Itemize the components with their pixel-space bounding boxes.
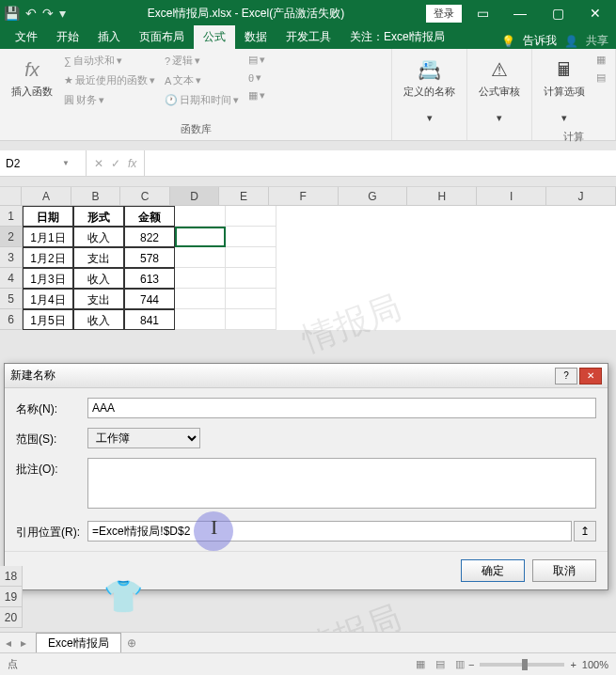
cell[interactable]: 744 <box>124 289 175 309</box>
name-box-input[interactable] <box>6 157 62 170</box>
fx-icon[interactable]: fx <box>128 157 136 170</box>
col-header[interactable]: G <box>339 187 408 206</box>
col-header[interactable]: J <box>546 187 616 206</box>
col-header[interactable]: B <box>71 187 120 206</box>
formula-audit-button[interactable]: ⚠ 公式审核▾ <box>475 53 524 128</box>
sheet-nav-prev-icon[interactable]: ◂ <box>6 636 11 650</box>
logical-button[interactable]: ? 逻辑 ▾ <box>163 53 241 69</box>
cell[interactable]: 收入 <box>73 227 124 247</box>
ok-button[interactable]: 确定 <box>461 559 525 582</box>
row-header[interactable]: 6 <box>0 309 23 330</box>
cell[interactable]: 金额 <box>124 206 175 227</box>
cell[interactable] <box>226 289 276 309</box>
dialog-close-button[interactable]: ✕ <box>579 368 602 385</box>
row-header[interactable]: 5 <box>0 289 23 309</box>
datetime-button[interactable]: 🕐 日期和时间 ▾ <box>163 92 241 108</box>
tellme-text[interactable]: 告诉我 <box>523 33 557 49</box>
tab-file[interactable]: 文件 <box>6 25 47 49</box>
cell[interactable]: 1月3日 <box>23 268 73 289</box>
cell[interactable] <box>226 247 276 268</box>
row-header[interactable]: 3 <box>0 247 23 268</box>
col-header[interactable]: F <box>269 187 339 206</box>
enter-formula-icon[interactable]: ✓ <box>111 157 120 170</box>
autosum-button[interactable]: ∑ 自动求和 ▾ <box>62 53 157 69</box>
minimize-icon[interactable]: — <box>503 2 537 24</box>
ref-collapse-button[interactable]: ↥ <box>574 521 596 542</box>
tab-layout[interactable]: 页面布局 <box>130 25 194 49</box>
more-fn-button[interactable]: ▦ ▾ <box>246 88 267 102</box>
cell[interactable]: 形式 <box>73 206 124 227</box>
cell[interactable]: 1月1日 <box>23 227 73 247</box>
page-break-icon[interactable]: ▥ <box>455 658 465 669</box>
close-icon[interactable]: ✕ <box>578 2 612 24</box>
recent-functions-button[interactable]: ★ 最近使用的函数 ▾ <box>62 72 157 88</box>
cell[interactable] <box>226 227 276 247</box>
text-button[interactable]: A 文本 ▾ <box>163 72 241 88</box>
dialog-help-button[interactable]: ? <box>555 368 577 385</box>
cell[interactable]: 支出 <box>73 247 124 268</box>
financial-button[interactable]: 圓 财务 ▾ <box>62 92 157 108</box>
cell[interactable]: 613 <box>124 268 175 289</box>
calc-options-button[interactable]: 🖩 计算选项▾ <box>540 53 589 128</box>
tab-data[interactable]: 数据 <box>235 25 276 49</box>
cell[interactable]: 收入 <box>73 309 124 330</box>
calc-sheet-button[interactable]: ▤ <box>594 71 608 85</box>
cell[interactable]: 1月4日 <box>23 289 73 309</box>
zoom-out-icon[interactable]: − <box>468 659 474 670</box>
row-header[interactable]: 18 <box>0 566 23 587</box>
cell[interactable] <box>226 309 276 330</box>
comment-textarea[interactable] <box>87 458 596 509</box>
formula-bar[interactable] <box>145 150 616 176</box>
undo-icon[interactable]: ↶ <box>25 6 37 21</box>
scope-select[interactable]: 工作簿 <box>87 428 200 448</box>
zoom-slider[interactable] <box>480 663 564 667</box>
col-header[interactable]: E <box>219 187 268 206</box>
login-button[interactable]: 登录 <box>426 5 462 23</box>
cell[interactable] <box>226 206 276 227</box>
col-header[interactable]: A <box>22 187 71 206</box>
cell[interactable] <box>226 268 276 289</box>
cancel-formula-icon[interactable]: ✕ <box>94 157 103 170</box>
col-header[interactable]: I <box>477 187 546 206</box>
cell[interactable]: 支出 <box>73 289 124 309</box>
row-header[interactable]: 2 <box>0 227 23 247</box>
tab-formulas[interactable]: 公式 <box>194 25 235 49</box>
chevron-down-icon[interactable]: ▼ <box>62 159 70 167</box>
cell[interactable] <box>175 206 226 227</box>
tab-insert[interactable]: 插入 <box>88 25 130 49</box>
page-layout-icon[interactable]: ▤ <box>435 658 445 669</box>
cell[interactable]: 578 <box>124 247 175 268</box>
row-header[interactable]: 20 <box>0 607 23 628</box>
cell[interactable]: 收入 <box>73 268 124 289</box>
calc-now-button[interactable]: ▦ <box>594 53 608 67</box>
zoom-in-icon[interactable]: + <box>570 659 576 670</box>
row-header[interactable]: 4 <box>0 268 23 289</box>
add-sheet-icon[interactable]: ⊕ <box>127 636 136 650</box>
qat-more-icon[interactable]: ▾ <box>59 6 66 21</box>
tab-devtools[interactable]: 开发工具 <box>276 25 340 49</box>
col-header[interactable]: D <box>170 187 219 206</box>
math-button[interactable]: θ ▾ <box>246 71 267 85</box>
lookup-button[interactable]: ▤ ▾ <box>246 53 267 67</box>
cell[interactable]: 841 <box>124 309 175 330</box>
cell[interactable]: 1月5日 <box>23 309 73 330</box>
maximize-icon[interactable]: ▢ <box>541 2 575 24</box>
name-box[interactable]: ▼ <box>0 150 87 176</box>
row-header[interactable]: 19 <box>0 587 23 607</box>
tab-home[interactable]: 开始 <box>47 25 88 49</box>
redo-icon[interactable]: ↷ <box>42 6 54 21</box>
zoom-level[interactable]: 100% <box>582 659 608 670</box>
insert-function-button[interactable]: fx 插入函数 <box>8 53 56 108</box>
cell[interactable] <box>175 268 226 289</box>
cell[interactable]: 1月2日 <box>23 247 73 268</box>
cell[interactable] <box>175 247 226 268</box>
col-header[interactable]: C <box>120 187 169 206</box>
spreadsheet-grid[interactable]: A B C D E F G H I J 1 日期 形式 金额 2 1月1日 收入… <box>0 186 616 330</box>
defined-names-button[interactable]: 📇 定义的名称▾ <box>400 53 459 128</box>
normal-view-icon[interactable]: ▦ <box>416 658 425 669</box>
view-buttons[interactable]: ▦ ▤ ▥ <box>412 658 468 670</box>
sheet-nav-next-icon[interactable]: ▸ <box>21 636 26 650</box>
ref-input[interactable] <box>87 521 572 542</box>
cell[interactable] <box>175 289 226 309</box>
col-header[interactable]: H <box>407 187 477 206</box>
